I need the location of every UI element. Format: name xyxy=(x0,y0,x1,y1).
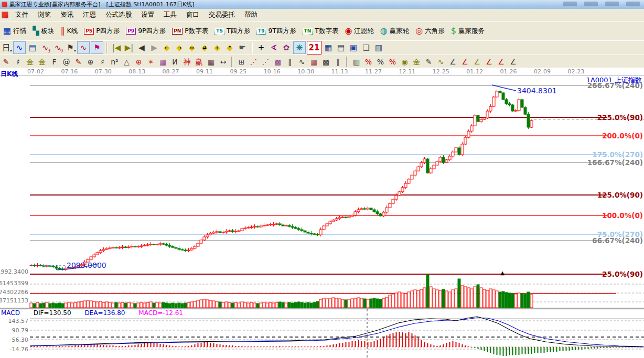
toolbar-button-label: 赢家服务 xyxy=(458,27,485,36)
period-day-icon[interactable]: 日▾ xyxy=(1,42,12,53)
gann-line-label: 166.67%(240) xyxy=(587,158,643,167)
menu-item-0[interactable]: 文件 xyxy=(10,9,33,19)
flag-tool-icon[interactable]: ⚑▾ xyxy=(65,42,76,53)
macd-title: MACD xyxy=(1,309,20,317)
n2-grid-icon[interactable]: n² xyxy=(109,57,120,67)
save-icon[interactable]: ▣ xyxy=(348,42,359,53)
snapshot-icon[interactable]: ❏ xyxy=(360,42,372,53)
angle-w-icon[interactable]: ∠ xyxy=(508,57,519,67)
angle-gold-icon[interactable]: ∠ xyxy=(471,57,482,67)
fit-icon[interactable]: ◆* xyxy=(224,42,235,53)
menu-item-6[interactable]: 工具 xyxy=(159,9,181,19)
menu-item-2[interactable]: 资讯 xyxy=(56,9,78,19)
f-grid-icon[interactable]: F xyxy=(49,57,60,67)
market-grid-button[interactable]: ▦行情 xyxy=(0,24,29,38)
menu-item-9[interactable]: 帮助 xyxy=(240,9,262,19)
kmark-icon[interactable]: И xyxy=(169,57,180,67)
toolbar-button-label: K线 xyxy=(67,27,78,36)
service-button[interactable]: $赢家服务 xyxy=(448,24,488,38)
blocks-button[interactable]: ▚板块 xyxy=(29,24,57,38)
p9-square-button[interactable]: P99P四方形 xyxy=(123,24,169,38)
compress-icon[interactable]: ◆⇄ xyxy=(199,42,210,53)
nav-last-icon[interactable]: ▶| xyxy=(123,42,135,53)
t9-square-button[interactable]: T99T四方形 xyxy=(253,24,299,38)
angle-shen-icon[interactable]: ∠ xyxy=(484,57,495,67)
target-red-icon[interactable]: ⊕ xyxy=(133,57,144,67)
zoom-h-icon[interactable]: ◆↔ xyxy=(186,42,198,53)
gann-box-icon[interactable]: ▥ xyxy=(351,57,362,67)
fan-red-icon[interactable]: ⋰ xyxy=(248,57,259,67)
p-number-button[interactable]: PNP数字表 xyxy=(169,24,211,38)
wave-gold-icon[interactable]: ∿ xyxy=(435,57,446,67)
spiral-icon[interactable]: @ xyxy=(61,57,72,67)
gold-circle-icon[interactable]: ◉ xyxy=(399,57,410,67)
pattern-blue-icon[interactable]: ∿ xyxy=(13,41,26,54)
gann-wheel-button[interactable]: ◉江恩轮 xyxy=(341,24,377,38)
workstation-icon[interactable]: ▥ xyxy=(373,42,384,53)
pen-angle-icon[interactable]: ✎ xyxy=(73,57,84,67)
wave-tool-icon[interactable]: ∿ xyxy=(296,57,307,67)
web-purple-icon[interactable]: ▩ xyxy=(272,57,283,67)
nav-next-icon[interactable]: ▶ xyxy=(148,42,160,53)
menu-item-7[interactable]: 窗口 xyxy=(181,9,204,19)
pct-angle-icon[interactable]: % xyxy=(363,57,374,67)
menu-item-4[interactable]: 公式选股 xyxy=(101,9,136,19)
web-grid-icon[interactable]: ▦ xyxy=(157,57,168,67)
menu-item-3[interactable]: 江恩 xyxy=(78,9,101,19)
star-grid-icon[interactable]: ✶ xyxy=(145,57,156,67)
fan-purple-icon[interactable]: ⋰ xyxy=(260,57,271,67)
lines-icon[interactable]: ∥ xyxy=(284,57,295,67)
nav-prev-icon[interactable]: ◀ xyxy=(136,42,147,53)
brain-icon[interactable]: ❋ xyxy=(293,41,306,54)
hand-icon[interactable]: ☛ xyxy=(237,42,248,53)
pan-left-icon[interactable]: ◆← xyxy=(161,42,173,53)
nav-first-icon[interactable]: |◀ xyxy=(111,42,122,53)
t-number-button[interactable]: TNT数字表 xyxy=(299,24,342,38)
angle-ying-icon[interactable]: ∠ xyxy=(496,57,507,67)
color-flag-icon[interactable]: ⚑ xyxy=(91,41,103,54)
gold-line-icon[interactable]: 金 xyxy=(411,57,422,67)
angle-j-icon[interactable]: ∠ xyxy=(447,57,458,67)
calendar-icon[interactable]: 21 xyxy=(307,41,321,55)
grid-red-icon[interactable]: ▦ xyxy=(308,57,319,67)
pct-line-icon[interactable]: % xyxy=(387,57,398,67)
pen-icon[interactable]: ✎ xyxy=(1,57,12,67)
calculator-icon[interactable]: ▦ xyxy=(323,42,334,53)
hexagon-button[interactable]: ◎六角形 xyxy=(412,24,447,38)
menu-item-8[interactable]: 交易委托 xyxy=(204,9,240,19)
clipboard-icon[interactable]: ▤ xyxy=(27,42,38,53)
t-square-button[interactable]: TST四方形 xyxy=(211,24,253,38)
compass-icon[interactable]: ∢ xyxy=(268,42,280,53)
expand-icon[interactable]: ◆+ xyxy=(211,42,223,53)
parallel-icon[interactable]: ∥ xyxy=(332,57,344,67)
pan-right-icon[interactable]: ◆→ xyxy=(174,42,185,53)
grid-dark-icon[interactable]: ▩ xyxy=(320,57,331,67)
ruler-icon[interactable]: ♯ xyxy=(97,57,108,67)
window-controls[interactable] xyxy=(563,2,640,6)
p-square-button[interactable]: PSP四方形 xyxy=(81,24,123,38)
ruler123-icon[interactable]: ▦ xyxy=(206,57,217,67)
box-tool-icon[interactable]: ⊞ xyxy=(236,57,247,67)
pattern-red-icon[interactable]: ∿ xyxy=(77,41,90,54)
shen-icon[interactable]: 神 xyxy=(181,57,192,67)
winner-wheel-button[interactable]: ◍赢家轮 xyxy=(377,24,412,38)
menu-item-1[interactable]: 浏览 xyxy=(33,9,56,19)
angle-f-icon[interactable]: ∠ xyxy=(459,57,470,67)
crosshair-icon[interactable]: + xyxy=(255,42,267,53)
circle-grid-icon[interactable]: ⊕ xyxy=(85,57,96,67)
kline-button[interactable]: ∥K线 xyxy=(57,24,81,38)
ruler-grid-icon[interactable]: ♯ xyxy=(13,57,24,67)
harrows-icon[interactable]: ↔ xyxy=(218,57,229,67)
chart-area[interactable]: 07-0207-1607-3008-1308-2709-1109-2510-16… xyxy=(0,68,644,358)
notes-icon[interactable]: ▤ xyxy=(335,42,347,53)
gold-grid2-icon[interactable]: 金 xyxy=(37,57,48,67)
pen2-icon[interactable]: ✎ xyxy=(423,57,434,67)
pct-icon[interactable]: % xyxy=(375,57,386,67)
menu-item-5[interactable]: 设置 xyxy=(136,9,159,19)
gold-grid1-icon[interactable]: 金 xyxy=(25,57,36,67)
wave9-icon[interactable]: ∿9 xyxy=(52,42,63,53)
ying-icon[interactable]: 赢 xyxy=(194,57,205,67)
knot-icon[interactable]: ✿ xyxy=(281,42,292,53)
wave3-icon[interactable]: ∿3 xyxy=(39,42,51,53)
mirror-angle-icon[interactable]: △ xyxy=(121,57,132,67)
